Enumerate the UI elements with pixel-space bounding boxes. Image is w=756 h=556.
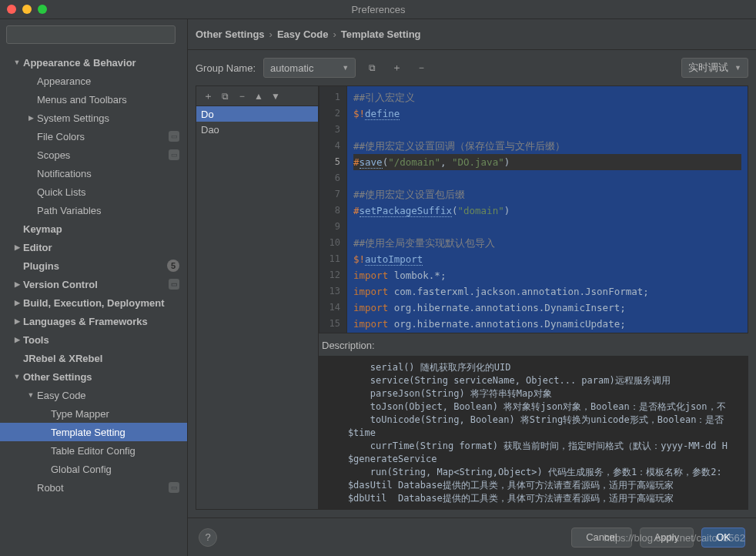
project-scope-icon: ▭ xyxy=(169,482,179,493)
search-input[interactable] xyxy=(6,25,176,44)
list-item[interactable]: Dao xyxy=(196,122,318,137)
code-area[interactable]: ##引入宏定义$!define ##使用宏定义设置回调（保存位置与文件后缀）#s… xyxy=(347,86,748,333)
template-list-panel: ＋ ⧉ － ▲ ▼ DoDao xyxy=(196,85,319,510)
description-label: Description: xyxy=(319,333,748,356)
sidebar-item[interactable]: Keymap xyxy=(0,219,187,238)
template-list[interactable]: DoDao xyxy=(196,106,319,510)
sidebar-item[interactable]: ▶Version Control▭ xyxy=(0,275,187,293)
sidebar-item-label: Path Variables xyxy=(37,205,179,216)
chevron-right-icon: › xyxy=(333,28,336,40)
sidebar-item-label: Easy Code xyxy=(37,390,179,401)
remove-template-button[interactable]: － xyxy=(233,88,250,105)
sidebar-item-label: Editor xyxy=(23,242,179,253)
sidebar-item-label: Appearance & Behavior xyxy=(23,57,179,69)
close-window-icon[interactable] xyxy=(7,5,16,14)
help-button[interactable]: ? xyxy=(199,528,217,547)
sidebar-item[interactable]: Scopes▭ xyxy=(0,146,187,164)
sidebar-item-label: Quick Lists xyxy=(37,186,179,198)
titlebar: Preferences xyxy=(0,0,756,19)
chevron-right-icon: ▶ xyxy=(11,280,23,288)
dialog-footer: ? Cancel Apply OK xyxy=(188,517,756,556)
sidebar-item-label: System Settings xyxy=(37,112,179,124)
description-box[interactable]: serial() 随机获取序列化的UID service(String serv… xyxy=(319,356,748,510)
chevron-right-icon: ▶ xyxy=(11,336,23,343)
group-name-combo[interactable]: automatic ▼ xyxy=(263,58,356,78)
sidebar-item[interactable]: Template Setting xyxy=(0,423,187,441)
sidebar-item-label: Tools xyxy=(23,334,179,346)
sidebar-item[interactable]: JRebel & XRebel xyxy=(0,349,187,367)
settings-sidebar: ⌕ ▼Appearance & BehaviorAppearanceMenus … xyxy=(0,19,188,556)
sidebar-item-label: Robot xyxy=(37,482,166,494)
sidebar-item-label: Build, Execution, Deployment xyxy=(23,297,179,309)
sidebar-item[interactable]: Table Editor Config xyxy=(0,441,187,460)
add-template-button[interactable]: ＋ xyxy=(199,88,216,105)
chevron-down-icon: ▼ xyxy=(734,64,741,72)
sidebar-item-label: Version Control xyxy=(23,279,166,290)
chevron-down-icon: ▼ xyxy=(11,373,23,380)
ok-button[interactable]: OK xyxy=(701,528,745,548)
sidebar-item[interactable]: Appearance xyxy=(0,72,187,90)
sidebar-item-label: Other Settings xyxy=(23,371,179,383)
sidebar-item[interactable]: ▶System Settings xyxy=(0,109,187,127)
chevron-right-icon: › xyxy=(269,28,273,40)
sidebar-item[interactable]: Plugins5 xyxy=(0,256,187,275)
sidebar-item-label: Keymap xyxy=(23,223,179,235)
sidebar-item-label: File Colors xyxy=(37,131,166,142)
chevron-right-icon: ▶ xyxy=(11,243,23,251)
realtime-debug-combo[interactable]: 实时调试 ▼ xyxy=(681,58,748,78)
remove-group-button[interactable]: － xyxy=(413,59,430,76)
sidebar-item[interactable]: Path Variables xyxy=(0,201,187,219)
window-controls xyxy=(0,5,47,14)
sidebar-item-label: Plugins xyxy=(23,260,167,272)
sidebar-item-label: Notifications xyxy=(37,168,179,179)
sidebar-item[interactable]: ▶Build, Execution, Deployment xyxy=(0,293,187,312)
move-down-button[interactable]: ▼ xyxy=(267,88,284,105)
sidebar-item[interactable]: ▼Other Settings xyxy=(0,367,187,386)
breadcrumb-item[interactable]: Easy Code xyxy=(277,28,328,40)
breadcrumb: Other Settings › Easy Code › Template Se… xyxy=(188,19,756,50)
settings-tree[interactable]: ▼Appearance & BehaviorAppearanceMenus an… xyxy=(0,50,187,556)
sidebar-item-label: JRebel & XRebel xyxy=(23,353,179,364)
sidebar-item-label: Type Mapper xyxy=(51,408,179,420)
list-item[interactable]: Do xyxy=(196,106,318,122)
sidebar-item[interactable]: ▶Languages & Frameworks xyxy=(0,312,187,330)
chevron-right-icon: ▶ xyxy=(25,114,37,122)
sidebar-item[interactable]: Notifications xyxy=(0,164,187,183)
sidebar-item[interactable]: Type Mapper xyxy=(0,404,187,423)
apply-button[interactable]: Apply xyxy=(640,528,694,548)
sidebar-item-label: Table Editor Config xyxy=(51,445,179,457)
sidebar-item[interactable]: File Colors▭ xyxy=(0,127,187,146)
copy-group-button[interactable]: ⧉ xyxy=(363,59,380,76)
sidebar-item[interactable]: ▶Tools xyxy=(0,330,187,349)
sidebar-item-label: Menus and Toolbars xyxy=(37,94,179,106)
maximize-window-icon[interactable] xyxy=(38,5,47,14)
count-badge: 5 xyxy=(167,260,179,272)
chevron-right-icon: ▶ xyxy=(11,299,23,306)
breadcrumb-item[interactable]: Other Settings xyxy=(196,28,265,40)
sidebar-item[interactable]: ▼Easy Code xyxy=(0,386,187,404)
code-editor[interactable]: 12345678910111213141516 ##引入宏定义$!define … xyxy=(319,85,748,333)
minimize-window-icon[interactable] xyxy=(22,5,32,14)
sidebar-item-label: Languages & Frameworks xyxy=(23,316,179,327)
chevron-down-icon: ▼ xyxy=(25,391,37,399)
breadcrumb-item: Template Setting xyxy=(341,28,421,40)
sidebar-item[interactable]: Robot▭ xyxy=(0,478,187,497)
sidebar-item-label: Template Setting xyxy=(51,427,179,438)
project-scope-icon: ▭ xyxy=(169,279,179,290)
sidebar-item[interactable]: Menus and Toolbars xyxy=(0,90,187,109)
chevron-right-icon: ▶ xyxy=(11,317,23,325)
add-group-button[interactable]: ＋ xyxy=(388,59,405,76)
sidebar-item[interactable]: ▶Editor xyxy=(0,238,187,256)
chevron-down-icon: ▼ xyxy=(11,59,23,66)
copy-template-button[interactable]: ⧉ xyxy=(216,88,233,105)
sidebar-item[interactable]: Quick Lists xyxy=(0,183,187,201)
sidebar-item-label: Global Config xyxy=(51,464,179,475)
group-name-label: Group Name: xyxy=(196,62,256,74)
cancel-button[interactable]: Cancel xyxy=(571,528,631,548)
project-scope-icon: ▭ xyxy=(169,131,179,142)
sidebar-item[interactable]: Global Config xyxy=(0,460,187,478)
sidebar-item-label: Scopes xyxy=(37,149,166,161)
move-up-button[interactable]: ▲ xyxy=(250,88,267,105)
sidebar-item[interactable]: ▼Appearance & Behavior xyxy=(0,53,187,72)
window-title: Preferences xyxy=(47,4,710,15)
